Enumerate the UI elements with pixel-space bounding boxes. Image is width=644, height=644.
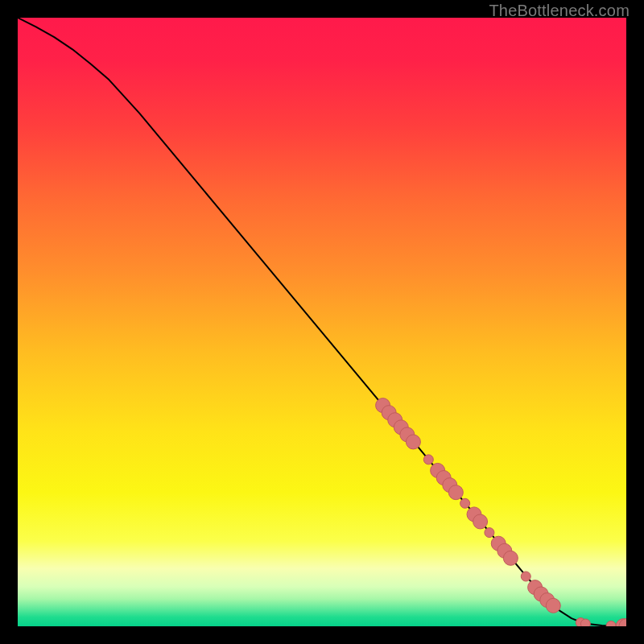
plot-area: [18, 18, 626, 626]
scatter-point: [423, 455, 433, 464]
scatter-point: [460, 498, 470, 508]
scatter-point: [485, 528, 494, 538]
scatter-point: [503, 551, 518, 565]
chart-stage: TheBottleneck.com: [0, 0, 644, 644]
scatter-point: [546, 598, 560, 613]
scatter-point: [473, 514, 488, 529]
scatter-point: [448, 485, 463, 500]
scatter-point: [406, 435, 420, 449]
plot-svg: [18, 18, 626, 626]
scatter-point: [521, 572, 530, 581]
scatter-point: [580, 619, 590, 626]
gradient-background: [18, 18, 626, 626]
